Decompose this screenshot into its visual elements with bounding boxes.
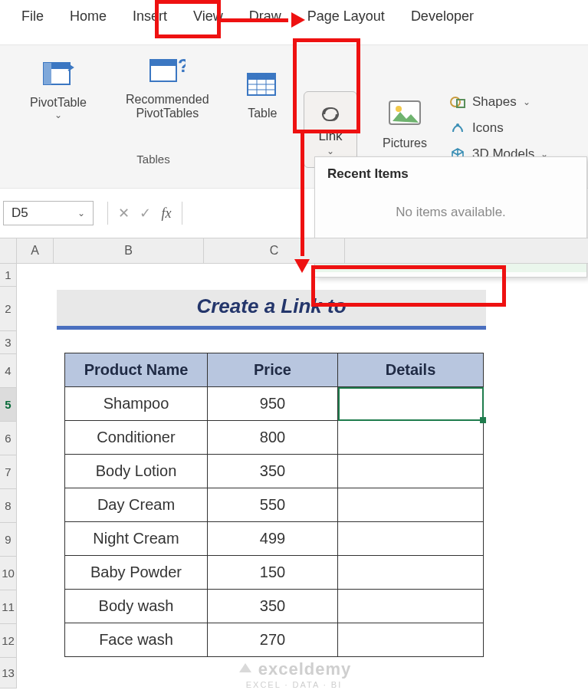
shapes-label: Shapes xyxy=(472,94,517,110)
icons-button[interactable]: Icons xyxy=(449,120,548,136)
table-row: Baby Powder 150 xyxy=(65,556,484,590)
illustrations-list: Shapes ⌄ Icons 3D Models ⌄ xyxy=(449,94,548,162)
recommended-pivot-icon: ? xyxy=(112,53,223,88)
cell-details[interactable] xyxy=(338,421,484,455)
annotation-arrow-to-insert-link xyxy=(299,132,307,271)
recommended-pivot-label: Recommended PivotTables xyxy=(112,93,223,120)
table-row: Body Lotion 350 xyxy=(65,455,484,488)
watermark-brand: exceldemy xyxy=(258,659,352,679)
link-icon xyxy=(315,104,346,127)
cell-product[interactable]: Baby Powder xyxy=(65,556,208,590)
row-header[interactable]: 4 xyxy=(0,354,17,388)
row-header[interactable]: 10 xyxy=(0,557,17,590)
cell-details[interactable] xyxy=(338,590,484,623)
tab-pagelayout[interactable]: Page Layout xyxy=(304,4,388,31)
chevron-down-icon: ⌄ xyxy=(18,110,98,120)
table-row: Day Cream 550 xyxy=(65,488,484,522)
th-product[interactable]: Product Name xyxy=(65,353,208,387)
tab-file[interactable]: File xyxy=(18,4,47,31)
cell-price[interactable]: 270 xyxy=(208,623,338,657)
watermark-tagline: EXCEL · DATA · BI xyxy=(246,680,343,689)
svg-rect-7 xyxy=(248,74,275,80)
sheet-title: Create a Link to xyxy=(57,290,486,330)
svg-point-16 xyxy=(456,123,459,127)
cell-product[interactable]: Face wash xyxy=(65,623,208,657)
cell-details[interactable] xyxy=(338,455,484,488)
table-icon xyxy=(237,67,288,102)
chevron-down-icon: ⌄ xyxy=(327,146,334,156)
pictures-icon xyxy=(388,98,422,133)
icons-icon xyxy=(449,121,466,135)
cell-details-selected[interactable] xyxy=(338,387,484,421)
row-header[interactable]: 2 xyxy=(0,287,17,331)
select-all-corner[interactable] xyxy=(0,238,17,263)
col-header-b[interactable]: B xyxy=(54,238,204,263)
cell-product[interactable]: Shampoo xyxy=(65,387,208,421)
col-header-a[interactable]: A xyxy=(17,238,54,263)
name-box-value: D5 xyxy=(11,205,28,221)
cell-details[interactable] xyxy=(338,488,484,522)
col-header-c[interactable]: C xyxy=(204,238,345,263)
ribbon-tabs: File Home Insert View Draw Page Layout D… xyxy=(0,0,477,31)
cell-price[interactable]: 350 xyxy=(208,590,338,623)
confirm-formula-button[interactable]: ✓ xyxy=(134,205,156,222)
cell-price[interactable]: 350 xyxy=(208,455,338,488)
watermark: exceldemy EXCEL · DATA · BI xyxy=(0,659,588,689)
cell-product[interactable]: Body wash xyxy=(65,590,208,623)
row-header[interactable]: 12 xyxy=(0,624,17,658)
pivot-table-button[interactable]: PivotTable ⌄ xyxy=(18,56,98,120)
chevron-down-icon: ⌄ xyxy=(77,208,85,219)
table-button[interactable]: Table xyxy=(237,67,288,120)
watermark-icon xyxy=(237,659,254,680)
shapes-icon xyxy=(449,95,466,109)
annotation-arrow-to-link xyxy=(221,17,304,25)
table-label: Table xyxy=(237,107,288,120)
row-header[interactable]: 11 xyxy=(0,590,17,624)
cancel-formula-button[interactable]: ✕ xyxy=(113,205,134,222)
cell-price[interactable]: 150 xyxy=(208,556,338,590)
cell-price[interactable]: 550 xyxy=(208,488,338,522)
table-row: Face wash 270 xyxy=(65,623,484,657)
recommended-pivot-button[interactable]: ? Recommended PivotTables xyxy=(112,53,223,120)
table-row: Body wash 350 xyxy=(65,590,484,623)
name-box[interactable]: D5 ⌄ xyxy=(3,201,94,225)
cell-product[interactable]: Day Cream xyxy=(65,488,208,522)
th-price[interactable]: Price xyxy=(208,353,338,387)
cell-product[interactable]: Night Cream xyxy=(65,522,208,556)
svg-point-14 xyxy=(451,97,460,107)
row-header[interactable]: 1 xyxy=(0,264,17,287)
cell-price[interactable]: 950 xyxy=(208,387,338,421)
row-header[interactable]: 5 xyxy=(0,388,17,422)
cell-details[interactable] xyxy=(338,556,484,590)
row-header[interactable]: 6 xyxy=(0,422,17,455)
table-row: Shampoo 950 xyxy=(65,387,484,421)
pivot-table-label: PivotTable xyxy=(18,96,98,110)
svg-rect-4 xyxy=(150,60,176,66)
pivot-table-icon xyxy=(18,56,98,91)
table-row: Conditioner 800 xyxy=(65,421,484,455)
row-header[interactable]: 8 xyxy=(0,489,17,523)
recent-items-heading: Recent Items xyxy=(315,157,586,185)
row-header[interactable]: 7 xyxy=(0,455,17,489)
cell-product[interactable]: Body Lotion xyxy=(65,455,208,488)
tab-developer[interactable]: Developer xyxy=(408,4,477,31)
table-row: Night Cream 499 xyxy=(65,522,484,556)
tab-home[interactable]: Home xyxy=(67,4,110,31)
svg-text:?: ? xyxy=(178,55,186,76)
cell-details[interactable] xyxy=(338,522,484,556)
cell-product[interactable]: Conditioner xyxy=(65,421,208,455)
group-tables-label: Tables xyxy=(18,153,288,166)
fx-button[interactable]: fx xyxy=(156,205,177,222)
tab-insert[interactable]: Insert xyxy=(130,4,170,31)
cell-details[interactable] xyxy=(338,623,484,657)
th-details[interactable]: Details xyxy=(338,353,484,387)
svg-point-13 xyxy=(396,106,402,112)
shapes-button[interactable]: Shapes ⌄ xyxy=(449,94,548,110)
cell-price[interactable]: 800 xyxy=(208,421,338,455)
cell-price[interactable]: 499 xyxy=(208,522,338,556)
row-header[interactable]: 3 xyxy=(0,331,17,354)
row-header[interactable]: 9 xyxy=(0,523,17,557)
icons-label: Icons xyxy=(472,120,504,136)
products-table: Product Name Price Details Shampoo 950 C… xyxy=(64,353,484,657)
svg-rect-2 xyxy=(44,63,51,84)
